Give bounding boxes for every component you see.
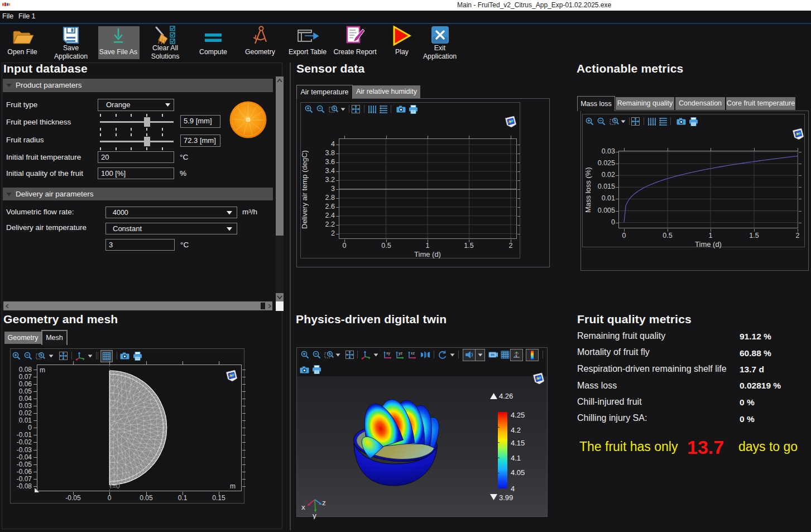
svg-text:x: x [301,503,305,511]
svg-text:xz: xz [411,351,415,355]
svg-text:yz: yz [399,351,403,356]
svg-text:z: z [322,499,326,507]
svg-text:xy: xy [386,351,391,356]
svg-text:y: y [313,511,316,519]
